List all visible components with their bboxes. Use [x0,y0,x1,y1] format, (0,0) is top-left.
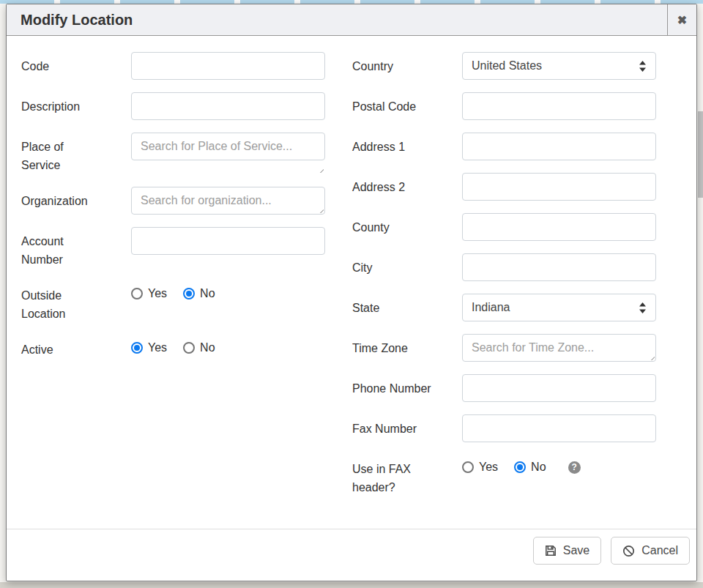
use-in-fax-header-radio-label-yes: Yes [479,461,498,474]
county-input[interactable] [462,213,656,241]
fax-number-input[interactable] [462,414,656,442]
place-of-service-search-input[interactable] [131,133,325,160]
active-radio-no[interactable]: No [183,341,215,354]
active-radio-yes[interactable]: Yes [131,341,167,354]
country-label: Country [352,52,434,80]
postal-code-control [462,92,656,120]
address-2-control [462,173,656,201]
radio-dot [465,464,471,470]
organization-search-input[interactable] [131,187,325,215]
country-select-value: United States [472,59,542,72]
close-icon[interactable]: ✖ [667,4,696,35]
phone-number-control [462,374,656,402]
description-label: Description [21,92,103,120]
outside-location-radio-label-no: No [200,287,215,300]
background-bottom-strip [0,582,703,588]
use-in-fax-header-radio-group: YesNo? [462,455,656,474]
state-control: Indiana [462,294,656,321]
background-scrollbar [698,111,703,198]
active-radio-group: YesNo [131,335,325,354]
address-2-label: Address 2 [352,173,434,201]
radio-dot [186,291,192,297]
code-input[interactable] [131,52,325,80]
description-control [131,92,325,120]
select-chevron-icon [639,60,647,72]
account-number-control [131,227,325,269]
use-in-fax-header-control: YesNo? [462,455,656,496]
use-in-fax-header-label: Use in FAX header? [352,455,434,496]
active-radio-label-yes: Yes [148,341,167,354]
code-row: Code [21,52,325,80]
outside-location-radio-no[interactable]: No [183,287,215,300]
country-row: CountryUnited States [352,52,658,80]
time-zone-control [462,334,656,362]
country-select[interactable]: United States [462,52,656,80]
address-1-input[interactable] [462,133,656,160]
organization-control [131,187,325,215]
modal-body: CodeDescriptionPlace of ServiceOrganizat… [7,36,696,509]
form-column-left: CodeDescriptionPlace of ServiceOrganizat… [21,52,325,509]
address-2-row: Address 2 [352,173,658,201]
fax-number-control [462,414,656,442]
outside-location-control: YesNo [131,281,325,323]
use-in-fax-header-radio-label-no: No [531,461,546,474]
postal-code-label: Postal Code [352,92,434,120]
place-of-service-control [131,133,325,174]
county-label: County [352,213,434,241]
use-in-fax-header-radio-yes[interactable]: Yes [462,461,498,474]
address-2-input[interactable] [462,173,656,201]
account-number-label: Account Number [21,227,103,269]
postal-code-row: Postal Code [352,92,658,120]
use-in-fax-header-row: Use in FAX header?YesNo? [352,455,658,496]
city-label: City [352,253,434,281]
outside-location-radio-yes[interactable]: Yes [131,287,167,300]
active-radio-circle-yes [131,342,143,354]
cancel-button-label: Cancel [641,544,678,557]
radio-dot [186,345,192,351]
modal-title: Modify Location [7,4,667,35]
city-row: City [352,253,658,281]
active-row: ActiveYesNo [21,335,325,359]
address-1-control [462,133,656,160]
modify-location-modal: Modify Location ✖ CodeDescriptionPlace o… [6,4,697,581]
outside-location-radio-circle-no [183,288,195,299]
phone-number-label: Phone Number [352,374,434,402]
modal-footer: Save Cancel [7,529,696,581]
phone-number-row: Phone Number [352,374,658,402]
organization-label: Organization [21,187,103,215]
description-input[interactable] [131,92,325,120]
select-chevron-icon [639,302,647,314]
cancel-button[interactable]: Cancel [611,537,690,565]
resize-grip-icon[interactable] [317,166,324,173]
outside-location-radio-label-yes: Yes [148,287,167,300]
page-backdrop: Modify Location ✖ CodeDescriptionPlace o… [0,0,703,588]
phone-number-input[interactable] [462,374,656,402]
use-in-fax-header-radio-no[interactable]: No [514,461,546,474]
county-row: County [352,213,658,241]
fax-number-label: Fax Number [352,414,434,442]
save-button-label: Save [563,544,589,557]
modal-header: Modify Location ✖ [7,4,696,36]
radio-dot [134,291,140,297]
postal-code-input[interactable] [462,92,656,120]
floppy-disk-icon [545,545,557,557]
state-label: State [352,294,434,321]
place-of-service-label: Place of Service [21,133,103,174]
outside-location-radio-group: YesNo [131,281,325,300]
code-control [131,52,325,80]
organization-row: Organization [21,187,325,215]
time-zone-label: Time Zone [352,334,434,362]
city-input[interactable] [462,253,656,281]
state-row: StateIndiana [352,294,658,321]
outside-location-label: Outside Location [21,281,103,323]
save-button[interactable]: Save [533,537,601,565]
city-control [462,253,656,281]
radio-dot [517,464,523,470]
time-zone-search-input[interactable] [462,334,656,362]
help-icon[interactable]: ? [568,461,581,474]
account-number-input[interactable] [131,227,325,255]
county-control [462,213,656,241]
use-in-fax-header-radio-circle-yes [462,461,474,473]
code-label: Code [21,52,103,80]
state-select[interactable]: Indiana [462,294,656,321]
